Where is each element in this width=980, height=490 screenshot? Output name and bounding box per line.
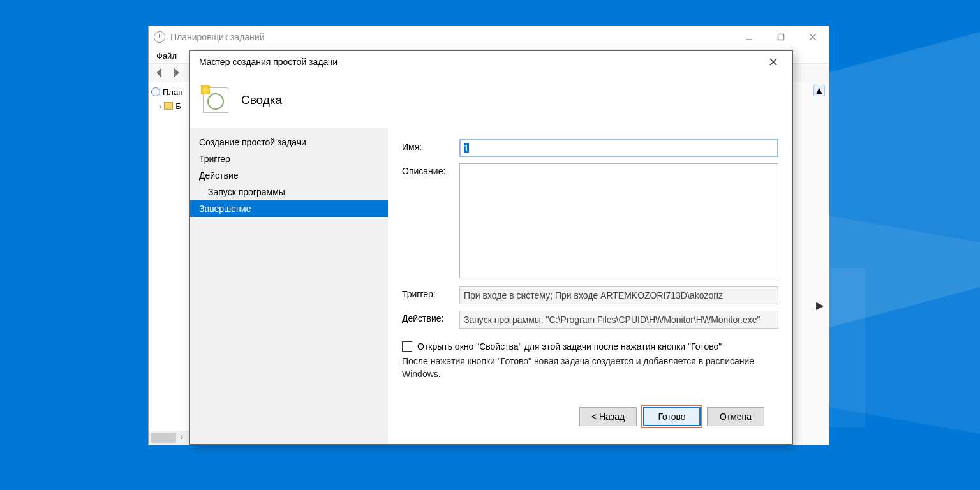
step-trigger[interactable]: Триггер bbox=[190, 151, 388, 167]
expand-arrow-icon[interactable]: ▶ bbox=[816, 299, 824, 311]
step-start-program[interactable]: Запуск программы bbox=[190, 184, 388, 200]
step-finish[interactable]: Завершение bbox=[190, 200, 388, 217]
horizontal-scrollbar[interactable]: › bbox=[149, 431, 191, 445]
open-properties-checkbox[interactable] bbox=[402, 341, 412, 352]
finish-button[interactable]: Готово bbox=[643, 407, 701, 426]
scheduler-root-icon bbox=[151, 87, 160, 96]
label-description: Описание: bbox=[402, 163, 459, 176]
wizard-steps: Создание простой задачи Триггер Действие… bbox=[190, 128, 388, 444]
name-input[interactable] bbox=[459, 139, 778, 157]
title-bar: Планировщик заданий bbox=[149, 26, 829, 48]
back-arrow-icon[interactable] bbox=[154, 66, 167, 79]
maximize-button[interactable] bbox=[765, 26, 797, 48]
wizard-close-button[interactable] bbox=[759, 53, 787, 71]
back-button[interactable]: < Назад bbox=[579, 407, 637, 426]
step-action[interactable]: Действие bbox=[190, 167, 388, 184]
cancel-button[interactable]: Отмена bbox=[707, 407, 764, 426]
description-textarea[interactable] bbox=[459, 163, 778, 278]
trigger-value: При входе в систему; При входе ARTEMKOZO… bbox=[459, 286, 778, 304]
app-icon bbox=[154, 31, 165, 43]
svg-rect-1 bbox=[778, 34, 784, 40]
close-button[interactable] bbox=[797, 26, 829, 48]
forward-arrow-icon[interactable] bbox=[169, 66, 182, 79]
tree-child[interactable]: › Б bbox=[149, 99, 190, 113]
open-properties-label: Открыть окно "Свойства" для этой задачи … bbox=[417, 341, 722, 352]
label-action: Действие: bbox=[402, 311, 459, 323]
collapse-arrow-icon[interactable]: ▲ bbox=[813, 85, 825, 96]
wizard-titlebar: Мастер создания простой задачи bbox=[190, 51, 792, 73]
wizard-heading-icon bbox=[203, 87, 228, 113]
wizard-title: Мастер создания простой задачи bbox=[199, 57, 338, 67]
finish-info-text: После нажатия кнопки "Готово" новая зада… bbox=[402, 355, 778, 380]
action-value: Запуск программы; "C:\Program Files\CPUI… bbox=[459, 311, 778, 329]
step-create-basic-task[interactable]: Создание простой задачи bbox=[190, 134, 388, 151]
wizard-header: Сводка bbox=[190, 73, 792, 128]
menu-file[interactable]: Файл bbox=[156, 51, 177, 61]
minimize-button[interactable] bbox=[733, 26, 765, 48]
tree-root[interactable]: План bbox=[149, 85, 190, 99]
wizard-heading: Сводка bbox=[241, 93, 282, 107]
tree-pane: План › Б › bbox=[149, 82, 191, 445]
app-title: Планировщик заданий bbox=[170, 32, 264, 42]
wizard-main: Имя: Описание: Триггер: При входе в сист… bbox=[388, 128, 792, 444]
folder-icon bbox=[164, 102, 173, 110]
actions-pane: ▲ ▶ bbox=[806, 82, 829, 445]
label-trigger: Триггер: bbox=[402, 286, 459, 299]
create-basic-task-wizard: Мастер создания простой задачи Сводка Со… bbox=[189, 50, 793, 445]
label-name: Имя: bbox=[402, 139, 459, 152]
